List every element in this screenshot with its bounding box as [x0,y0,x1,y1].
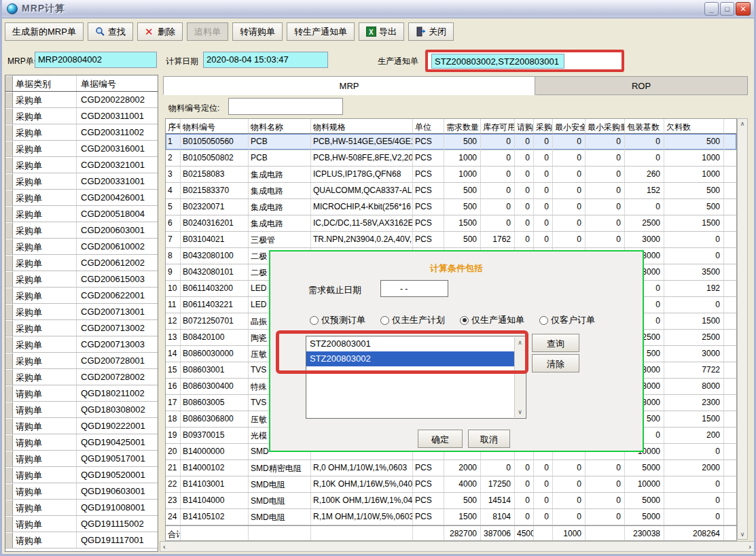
document-row[interactable]: 采购单CGD200321001 [5,157,158,173]
document-row[interactable]: 采购单CGD200603001 [5,222,158,239]
document-row[interactable]: 采购单CGD200612002 [5,255,158,271]
row-selector[interactable] [5,418,13,434]
row-selector[interactable] [5,467,13,483]
list-item[interactable]: STZ200803002 [306,351,526,366]
scroll-down-icon[interactable]: ∨ [740,531,745,538]
document-row[interactable]: 采购单CGD200728001 [5,353,158,369]
row-selector[interactable] [5,500,13,515]
table-row[interactable]: 1B0105050560PCBPCB,HW-514GE,GE5/4GE1PCS5… [166,134,736,150]
table-row[interactable]: 4B021583370集成电路QUALCOMM,QCA8337-AL3PCS50… [166,183,736,199]
scroll-down-icon[interactable]: ∨ [518,409,522,415]
calc-date-field[interactable]: 2020-08-04 15:03:47 [203,52,328,68]
document-row[interactable]: 采购单CGD200622001 [5,288,158,304]
row-selector[interactable] [5,288,13,303]
row-selector[interactable] [5,108,13,124]
title-bar[interactable]: MRP计算 _ □ ✕ [2,0,754,18]
document-row[interactable]: 采购单CGD200713001 [5,304,158,320]
row-selector[interactable] [5,304,13,319]
minimize-button[interactable]: _ [704,2,719,16]
toolbar-button-生成新的MRP单[interactable]: 生成新的MRP单 [5,22,84,41]
row-selector[interactable] [5,369,13,385]
row-selector[interactable] [5,483,13,499]
row-selector[interactable] [5,222,13,238]
material-locate-input[interactable] [228,98,343,115]
doc-type-header[interactable]: 单据类别 [13,75,77,91]
row-selector[interactable] [5,255,13,271]
toolbar-button-转请购单[interactable]: 转请购单 [232,22,283,41]
document-row[interactable]: 请购单QGD190517001 [5,451,158,467]
listbox-scrollbar[interactable]: ∧ ∨ [514,337,525,417]
document-row[interactable]: 请购单QGD190520001 [5,467,158,483]
document-row[interactable]: 采购单CGD200311001 [5,108,158,124]
row-selector[interactable] [5,532,13,548]
row-selector[interactable] [5,190,13,205]
toolbar-button-删除[interactable]: ✕删除 [137,22,183,41]
row-selector[interactable] [5,141,13,156]
row-selector[interactable] [5,239,13,254]
mrp-table-header[interactable]: 序号物料编号物料名称物料规格单位需求数量库存可用量请购未到采购未到最小安全量最小… [166,119,736,134]
list-item[interactable]: STZ200803001 [306,336,526,351]
scroll-up-icon[interactable]: ∧ [740,120,745,127]
row-selector[interactable] [5,402,13,417]
document-row[interactable]: 采购单CGD200311002 [5,124,158,141]
toolbar-button-查找[interactable]: 查找 [88,22,133,41]
scroll-left-icon[interactable]: ‹ [163,542,166,551]
radio-仅预测订单[interactable]: 仅预测订单 [310,314,365,326]
ok-button[interactable]: 确定 [418,430,463,448]
table-row[interactable]: 21B14000102SMD精密电阻R,0 OHM,1/10W,1%,0603P… [166,460,736,476]
document-row[interactable]: 采购单CGD200228002 [5,92,158,108]
cancel-button[interactable]: 取消 [468,430,510,448]
radio-仅主生产计划[interactable]: 仅主生产计划 [380,314,445,326]
document-row[interactable]: 请购单QGD190425001 [5,434,158,451]
radio-仅客户订单[interactable]: 仅客户订单 [539,314,595,326]
document-row[interactable]: 采购单CGD200713003 [5,336,158,353]
document-row[interactable]: 采购单CGD200610002 [5,239,158,255]
table-row[interactable]: 2B0105050802PCBPCB,HW-508FE,8FE,V2,20PCS… [166,150,736,167]
row-selector[interactable] [5,157,13,173]
row-selector[interactable] [5,320,13,336]
document-row[interactable]: 采购单CGD200713002 [5,320,158,336]
toolbar-button-转生产通知单[interactable]: 转生产通知单 [287,22,355,41]
clear-button[interactable]: 清除 [532,354,579,372]
scroll-up-icon[interactable]: ∧ [518,339,522,346]
maximize-button[interactable]: □ [720,2,734,16]
table-row[interactable]: 6B0240316201集成电路IC,DC/DC,11-58V,AX3162EP… [166,215,736,232]
table-row[interactable]: 3B02158083集成电路ICPLUS,IP178G,QFN68PCS1000… [166,167,736,183]
toolbar-button-导出[interactable]: X导出 [359,22,404,41]
notice-listbox[interactable]: STZ200803001STZ200803002 ∧ ∨ [306,336,526,419]
row-selector[interactable] [5,385,13,401]
demand-cutoff-input[interactable]: - - [380,280,448,297]
radio-icon[interactable] [380,316,389,325]
scroll-right-icon[interactable]: › [749,542,751,551]
document-row[interactable]: 请购单QGD191117001 [5,532,158,549]
tab-rop[interactable]: ROP [535,76,748,95]
radio-仅生产通知单[interactable]: 仅生产通知单 [460,314,524,326]
table-row[interactable]: 7B03104021三极管TR.NPN,2N3904,0.2A,40V,PCS5… [166,232,736,248]
table-row[interactable]: 5B02320071集成电路MICROCHIP,4-Kbit(256*16PCS… [166,199,736,215]
document-row[interactable]: 采购单CGD200316001 [5,141,158,157]
document-row[interactable]: 采购单CGD200331001 [5,173,158,190]
document-row[interactable]: 请购单QGD190222001 [5,418,158,434]
document-row[interactable]: 请购单QGD180211002 [5,385,158,402]
tab-mrp[interactable]: MRP [163,76,535,95]
row-selector[interactable] [5,353,13,368]
radio-icon[interactable] [539,316,548,325]
vertical-scrollbar[interactable]: ∧ ∨ [737,118,748,540]
row-selector[interactable] [5,173,13,189]
document-row[interactable]: 请购单QGD180308002 [5,402,158,418]
row-selector[interactable] [5,206,13,222]
row-selector[interactable] [5,336,13,352]
row-selector[interactable] [5,434,13,450]
doc-no-header[interactable]: 单据编号 [77,75,158,91]
table-row[interactable]: 22B14103001SMD电阻R,10K OHM,1/16W,5%,040PC… [166,476,736,493]
document-row[interactable]: 采购单CGD200728002 [5,369,158,385]
mrp-no-field[interactable]: MRP200804002 [35,52,157,68]
table-row[interactable]: 23B14104000SMD电阻R,100K OHM,1/16W,1%,04PC… [166,493,736,509]
document-row[interactable]: 采购单CGD200426001 [5,190,158,206]
row-selector[interactable] [5,271,13,287]
toolbar-button-关闭[interactable]: 关闭 [408,22,454,41]
document-row[interactable]: 请购单QGD190603001 [5,483,158,500]
document-row[interactable]: 采购单CGD200518004 [5,206,158,222]
row-selector[interactable] [5,124,13,140]
horizontal-scrollbar[interactable]: ‹ › [160,541,755,552]
